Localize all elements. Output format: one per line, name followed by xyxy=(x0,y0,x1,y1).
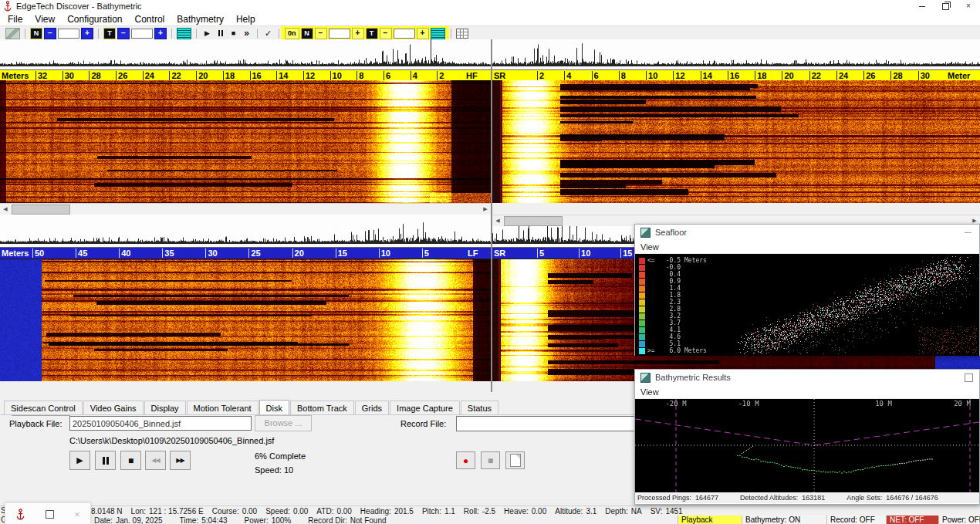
tab-video-gains[interactable]: Video Gains xyxy=(83,401,144,415)
n-value-input-1[interactable] xyxy=(58,29,79,39)
bathy-view-menu[interactable]: View xyxy=(640,387,659,397)
playback-file-input[interactable] xyxy=(69,416,252,431)
playback-file-label: Playback File: xyxy=(9,419,62,428)
ruler-tick: 35 xyxy=(162,248,205,258)
on-button[interactable]: 0n xyxy=(285,28,299,39)
gains-icon-2[interactable] xyxy=(431,28,445,39)
scroll-right-arrow[interactable]: ▶ xyxy=(480,205,491,214)
legend-swatch xyxy=(639,320,645,326)
seafloor-window: Seafloor View <=-0.5Meters-0.00.40.91.41… xyxy=(634,224,980,356)
n-value-input-2[interactable] xyxy=(329,29,350,39)
legend-value: 5.1 xyxy=(659,340,681,347)
ruler-tick: 22 xyxy=(169,71,196,80)
app-titlebar[interactable]: EdgeTech Discover - Bathymetric × xyxy=(0,0,980,12)
ruler-right-label: Meter xyxy=(945,71,980,80)
fast-forward-button[interactable]: ▶▶ xyxy=(170,451,191,470)
tab-image-capture[interactable]: Image Capture xyxy=(390,401,460,415)
ruler-tick: 24 xyxy=(143,71,170,80)
seafloor-depth-legend: <=-0.5Meters-0.00.40.91.41.82.32.83.23.7… xyxy=(635,257,707,354)
bathy-titlebar[interactable]: Bathymetric Results xyxy=(635,370,979,385)
info-label: Record Dir: xyxy=(308,516,347,524)
nav-label: Heading: xyxy=(360,507,391,516)
confirm-button[interactable]: ✓ xyxy=(262,28,274,39)
indicator-net: NET: OFF xyxy=(886,516,938,524)
close-button[interactable]: × xyxy=(957,0,980,12)
mini-close-button[interactable]: × xyxy=(74,509,80,519)
t-minus-button-1[interactable]: − xyxy=(117,28,130,39)
hf-stbd-scope-trace xyxy=(492,39,980,69)
record-stop-button[interactable]: ■ xyxy=(481,451,500,469)
record-button[interactable]: ● xyxy=(456,451,475,469)
menu-item-help[interactable]: Help xyxy=(230,14,262,25)
n-plus-button-1[interactable]: + xyxy=(81,28,93,39)
t-value-input-2[interactable] xyxy=(394,29,415,39)
indicator-power: Power: OFF xyxy=(938,516,980,524)
tab-display[interactable]: Display xyxy=(144,401,186,415)
tab-sidescan-control[interactable]: Sidescan Control xyxy=(4,401,83,415)
menu-item-configuration[interactable]: Configuration xyxy=(61,14,128,25)
taskbar-mini-window[interactable]: × xyxy=(5,502,91,524)
legend-value: 2.8 xyxy=(659,306,681,313)
t-plus-button-1[interactable]: + xyxy=(154,28,167,39)
n-plus-button-2[interactable]: + xyxy=(352,28,364,39)
ruler-tick: 18 xyxy=(755,71,782,80)
ruler-right-label: LF xyxy=(465,248,491,258)
ruler-tick: 14 xyxy=(276,71,303,80)
menu-item-file[interactable]: File xyxy=(2,14,29,25)
n-minus-button-1[interactable]: − xyxy=(44,28,56,39)
grid-tool-button[interactable] xyxy=(456,29,468,39)
tab-disk[interactable]: Disk xyxy=(259,400,289,415)
bathy-stat-label: Detected Altitudes: xyxy=(740,494,798,502)
nav-value: 0.00 xyxy=(242,507,257,516)
ruler-tick: 10 xyxy=(379,248,422,258)
seafloor-view-menu[interactable]: View xyxy=(640,242,659,252)
seafloor-minimize-button[interactable] xyxy=(965,232,972,233)
play-button[interactable]: ▶ xyxy=(69,451,90,470)
ruler-tick: 8 xyxy=(357,71,384,80)
toolbar-stop-button[interactable]: ■ xyxy=(228,28,239,39)
menu-bar: FileViewConfigurationControlBathymetryHe… xyxy=(0,12,980,25)
stop-button[interactable]: ■ xyxy=(120,451,141,470)
legend-row: >=6.0Meters xyxy=(635,347,707,354)
n-minus-button-2[interactable]: − xyxy=(315,28,327,39)
t-gain-chip-2: T xyxy=(366,28,378,39)
hf-port-scrollbar[interactable]: ◀ ▶ xyxy=(0,203,491,215)
gains-icon-1[interactable] xyxy=(177,28,191,39)
menu-item-bathymetry[interactable]: Bathymetry xyxy=(171,14,230,25)
restore-button[interactable] xyxy=(934,0,957,12)
tab-status[interactable]: Status xyxy=(461,401,498,415)
browse-button[interactable]: Browse ... xyxy=(255,415,312,431)
tab-motion-tolerant[interactable]: Motion Tolerant xyxy=(187,401,259,415)
legend-swatch xyxy=(639,306,645,313)
info-label: Power: xyxy=(245,516,269,524)
scroll-thumb[interactable] xyxy=(12,205,70,215)
minimize-button[interactable] xyxy=(911,0,934,12)
bathy-maximize-button[interactable] xyxy=(965,374,973,382)
toolbar-pause-button[interactable] xyxy=(215,28,226,39)
menu-item-control[interactable]: Control xyxy=(129,14,171,25)
legend-value: 4.1 xyxy=(659,326,681,333)
toolbar-play-button[interactable]: ▶ xyxy=(201,28,213,39)
tab-grids[interactable]: Grids xyxy=(355,401,389,415)
tab-bottom-track[interactable]: Bottom Track xyxy=(290,401,354,415)
nav-value: 0.00 xyxy=(293,507,308,516)
legend-value: 3.2 xyxy=(659,313,681,319)
image-tool-button[interactable] xyxy=(5,28,20,39)
record-file-label: Record File: xyxy=(400,419,446,428)
menu-item-view[interactable]: View xyxy=(29,14,61,25)
rewind-button[interactable]: ◀◀ xyxy=(145,451,166,470)
t-value-input-1[interactable] xyxy=(131,29,153,39)
scroll-left-arrow[interactable]: ◀ xyxy=(492,216,503,225)
playback-file-path: C:\Users\k\Desktop\0109\20250109050406_B… xyxy=(69,436,274,445)
mini-restore-button[interactable] xyxy=(46,510,54,519)
t-plus-button-2[interactable]: + xyxy=(417,28,429,39)
scroll-thumb[interactable] xyxy=(504,216,563,226)
scroll-left-arrow[interactable]: ◀ xyxy=(0,205,11,214)
pause-button[interactable] xyxy=(95,451,116,470)
t-minus-button-2[interactable]: − xyxy=(380,28,392,39)
seafloor-titlebar[interactable]: Seafloor xyxy=(635,225,979,240)
legend-row: 2.3 xyxy=(635,299,707,306)
legend-swatch xyxy=(639,292,645,299)
new-file-button[interactable] xyxy=(505,451,525,469)
toolbar-skip-button[interactable]: » xyxy=(241,28,252,39)
